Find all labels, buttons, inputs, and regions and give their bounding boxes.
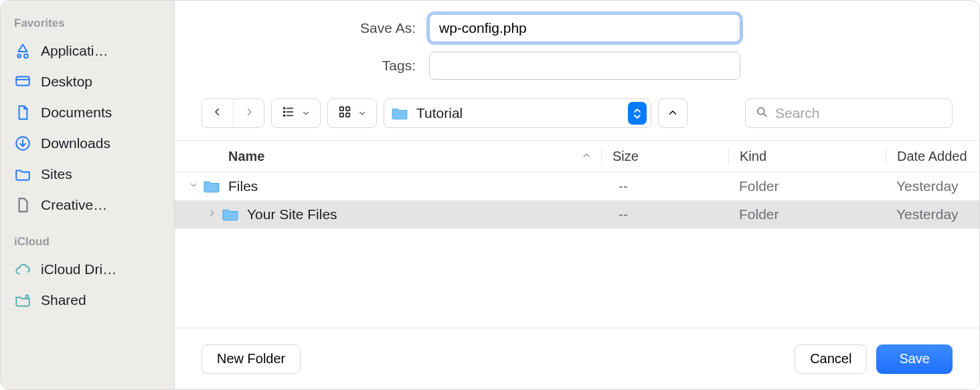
new-folder-button[interactable]: New Folder [201, 344, 301, 374]
sidebar-item-documents[interactable]: Documents [7, 97, 167, 128]
row-date: Yesterday [886, 178, 979, 194]
up-down-stepper-icon [628, 102, 647, 125]
sidebar-item-label: Documents [41, 105, 112, 121]
search-field[interactable] [745, 99, 953, 128]
save-as-input[interactable] [429, 14, 740, 42]
column-header-name-label: Name [228, 149, 264, 164]
sidebar-item-label: Sites [41, 166, 72, 182]
row-size: -- [601, 206, 728, 222]
downloads-icon [14, 135, 31, 152]
row-name: Your Site Files [247, 206, 601, 222]
sidebar-item-label: Applicati… [41, 43, 108, 59]
disclosure-right-icon[interactable] [206, 208, 219, 220]
chevron-right-icon [243, 106, 255, 121]
svg-rect-8 [340, 107, 344, 111]
svg-point-0 [17, 54, 21, 58]
column-header-size[interactable]: Size [601, 149, 728, 164]
table-row[interactable]: Files -- Folder Yesterday [175, 172, 979, 200]
sort-caret-icon [581, 149, 592, 164]
cloud-icon [14, 261, 31, 278]
location-popup[interactable]: Tutorial [384, 99, 651, 128]
chevron-left-icon [212, 106, 224, 121]
svg-rect-11 [346, 113, 350, 117]
svg-rect-2 [16, 76, 29, 85]
row-kind: Folder [728, 206, 886, 222]
footer: New Folder Cancel Save [175, 328, 979, 389]
sidebar-item-desktop[interactable]: Desktop [7, 66, 167, 97]
form-area: Save As: Tags: [175, 1, 979, 89]
tags-label: Tags: [201, 58, 416, 74]
column-header-kind[interactable]: Kind [728, 149, 886, 164]
forward-button[interactable] [233, 99, 264, 127]
table-row[interactable]: Your Site Files -- Folder Yesterday [175, 200, 979, 229]
folder-icon [201, 178, 222, 194]
svg-point-5 [284, 107, 285, 109]
svg-point-12 [758, 107, 764, 114]
sidebar-item-sites[interactable]: Sites [7, 159, 167, 190]
location-name: Tutorial [416, 105, 620, 121]
search-icon [755, 105, 768, 122]
save-button[interactable]: Save [876, 344, 953, 374]
sidebar-item-label: Desktop [41, 74, 92, 90]
sidebar-item-shared[interactable]: Shared [7, 285, 167, 316]
svg-point-6 [284, 111, 285, 113]
view-mode-button[interactable] [271, 99, 321, 128]
grid-group-icon [337, 105, 352, 123]
list-view-icon [281, 105, 296, 123]
folder-icon [220, 206, 240, 222]
cancel-button[interactable]: Cancel [795, 344, 867, 374]
column-header-row: Name Size Kind Date Added [175, 140, 979, 172]
file-icon [14, 196, 31, 214]
sidebar-item-label: iCloud Dri… [41, 261, 116, 277]
chevron-down-icon [357, 106, 367, 121]
sidebar-section-icloud-label: iCloud [7, 233, 167, 254]
sidebar-item-creative[interactable]: Creative… [7, 190, 167, 220]
sidebar-item-label: Downloads [41, 135, 110, 151]
row-date: Yesterday [886, 206, 979, 222]
sidebar-item-label: Shared [41, 292, 86, 308]
svg-rect-9 [346, 107, 350, 111]
nav-back-forward [201, 99, 264, 128]
svg-rect-10 [340, 113, 344, 117]
search-input[interactable] [775, 105, 943, 121]
desktop-icon [14, 73, 31, 90]
column-header-date[interactable]: Date Added [886, 149, 979, 164]
folder-icon [391, 106, 408, 121]
row-size: -- [601, 178, 728, 194]
row-name: Files [228, 178, 601, 194]
sidebar-item-downloads[interactable]: Downloads [7, 128, 167, 159]
sidebar-item-applications[interactable]: Applicati… [7, 36, 167, 66]
folder-icon [14, 166, 31, 183]
collapse-button[interactable] [658, 99, 687, 128]
chevron-up-icon [667, 107, 679, 121]
column-header-name[interactable]: Name [228, 149, 601, 164]
applications-icon [14, 42, 31, 60]
toolbar: Tutorial [175, 89, 979, 140]
main-panel: Save As: Tags: [175, 1, 979, 389]
file-list: Files -- Folder Yesterday Your Site File… [175, 172, 979, 229]
sidebar: Favorites Applicati… Desktop Documents D… [1, 1, 175, 389]
sidebar-section-favorites-label: Favorites [7, 14, 167, 36]
back-button[interactable] [202, 99, 233, 127]
list-empty-area [175, 229, 979, 328]
documents-icon [14, 104, 31, 121]
shared-folder-icon [14, 291, 31, 309]
svg-rect-1 [24, 54, 27, 58]
save-as-label: Save As: [201, 20, 416, 36]
group-by-button[interactable] [327, 99, 377, 128]
save-dialog: Favorites Applicati… Desktop Documents D… [0, 0, 980, 390]
tags-input[interactable] [429, 52, 740, 80]
disclosure-down-icon[interactable] [187, 180, 200, 192]
sidebar-item-label: Creative… [41, 197, 107, 213]
svg-point-7 [284, 115, 285, 116]
row-kind: Folder [728, 178, 886, 194]
sidebar-item-icloud-drive[interactable]: iCloud Dri… [7, 254, 167, 285]
svg-point-4 [25, 295, 28, 298]
chevron-down-icon [301, 106, 311, 121]
